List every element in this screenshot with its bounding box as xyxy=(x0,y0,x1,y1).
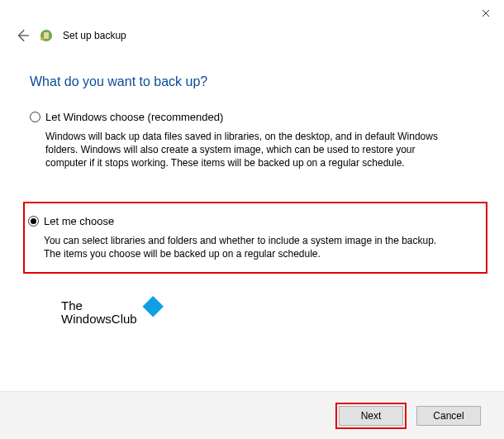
svg-point-2 xyxy=(40,37,44,41)
radio-icon[interactable] xyxy=(28,216,39,227)
window-title: Set up backup xyxy=(63,30,126,41)
watermark-line1: The xyxy=(61,299,137,313)
option-label: Let me choose xyxy=(44,215,114,227)
watermark-logo-icon xyxy=(142,296,163,317)
close-icon xyxy=(482,9,490,17)
option-description: You can select libraries and folders and… xyxy=(28,234,449,260)
option-let-me-choose[interactable]: Let me choose You can select libraries a… xyxy=(28,215,478,260)
radio-icon[interactable] xyxy=(30,112,40,122)
watermark-text: The WindowsClub xyxy=(61,299,137,326)
titlebar xyxy=(0,0,504,25)
watermark: The WindowsClub xyxy=(61,299,157,326)
highlight-let-me-choose: Let me choose You can select libraries a… xyxy=(23,202,487,274)
wizard-content: What do you want to back up? Let Windows… xyxy=(0,43,504,274)
close-button[interactable] xyxy=(468,2,504,25)
option-label: Let Windows choose (recommended) xyxy=(45,111,223,123)
option-let-windows-choose[interactable]: Let Windows choose (recommended) Windows… xyxy=(30,111,479,185)
watermark-line2: WindowsClub xyxy=(61,313,137,326)
header-row: Set up backup xyxy=(0,25,504,43)
page-heading: What do you want to back up? xyxy=(30,74,479,89)
svg-rect-1 xyxy=(44,32,49,39)
cancel-button[interactable]: Cancel xyxy=(416,406,481,426)
next-button[interactable]: Next xyxy=(339,406,403,426)
option-description: Windows will back up data files saved in… xyxy=(30,130,451,170)
highlight-next-button: Next xyxy=(335,403,407,429)
back-arrow-icon[interactable] xyxy=(15,28,30,43)
backup-wizard-icon xyxy=(40,29,53,42)
footer: Next Cancel xyxy=(0,391,504,439)
